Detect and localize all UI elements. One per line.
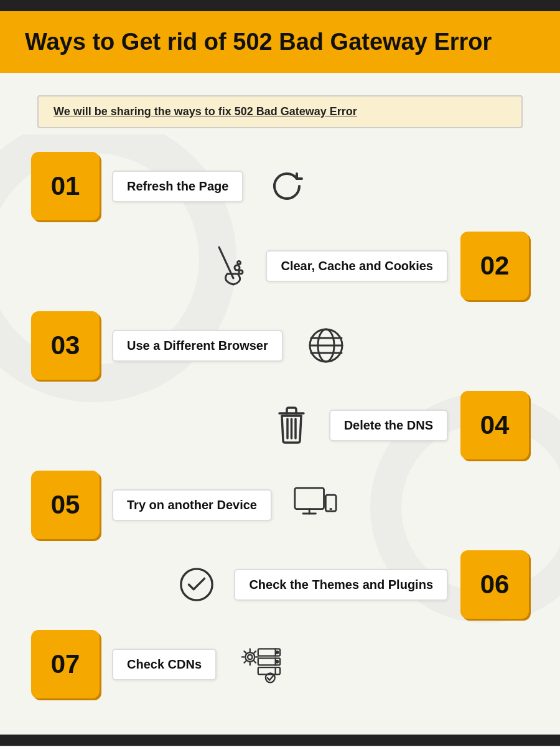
step-number-3: 03 [31, 311, 100, 380]
svg-point-21 [245, 652, 254, 662]
svg-point-20 [181, 569, 212, 600]
step-number-1: 01 [31, 152, 100, 220]
content-area: 01 Refresh the Page [0, 134, 560, 735]
trash-icon [267, 400, 317, 450]
step-label-7: Check CDNs [112, 649, 217, 680]
svg-point-5 [238, 261, 241, 265]
step-row-7: 07 Check CDNs [31, 630, 529, 698]
svg-line-29 [254, 651, 256, 653]
svg-point-36 [276, 660, 278, 663]
device-icon [291, 480, 340, 530]
svg-line-30 [244, 660, 246, 662]
step-row-5: 05 Try on another Device [31, 471, 529, 539]
cdn-icon [235, 639, 285, 689]
step-row-2: Clear, Cache and Cookies 02 [31, 232, 529, 300]
svg-point-33 [276, 651, 278, 654]
subtitle-box: We will be sharing the ways to fix 502 B… [37, 95, 523, 128]
step-label-3: Use a Different Browser [112, 330, 283, 362]
top-bar [0, 0, 560, 11]
step-number-4: 04 [460, 391, 529, 459]
step-row-6: Check the Themes and Plugins 06 [31, 550, 529, 619]
step-label-4: Delete the DNS [329, 410, 448, 441]
check-circle-icon [172, 560, 222, 609]
subtitle-text: We will be sharing the ways to fix 502 B… [54, 105, 506, 118]
header: Ways to Get rid of 502 Bad Gateway Error [0, 11, 560, 73]
step-label-5: Try on another Device [112, 489, 272, 521]
globe-icon [302, 321, 352, 370]
step-number-6: 06 [460, 550, 529, 619]
svg-line-28 [254, 660, 256, 662]
page-title: Ways to Get rid of 502 Bad Gateway Error [25, 29, 535, 55]
refresh-icon [262, 161, 312, 211]
step-label-6: Check the Themes and Plugins [234, 569, 448, 601]
svg-point-3 [235, 265, 240, 270]
broom-icon [203, 241, 253, 291]
svg-rect-15 [295, 488, 324, 509]
step-label-2: Clear, Cache and Cookies [266, 250, 448, 282]
step-number-5: 05 [31, 471, 100, 539]
svg-point-4 [239, 270, 243, 274]
page-footer [0, 735, 560, 746]
step-row-3: 03 Use a Different Browser [31, 311, 529, 380]
step-number-7: 07 [31, 630, 100, 698]
svg-point-22 [248, 654, 252, 659]
step-label-1: Refresh the Page [112, 171, 243, 202]
step-row-4: Delete the DNS 04 [31, 391, 529, 459]
step-row-1: 01 Refresh the Page [31, 152, 529, 220]
svg-line-27 [244, 651, 246, 653]
step-number-2: 02 [460, 232, 529, 300]
